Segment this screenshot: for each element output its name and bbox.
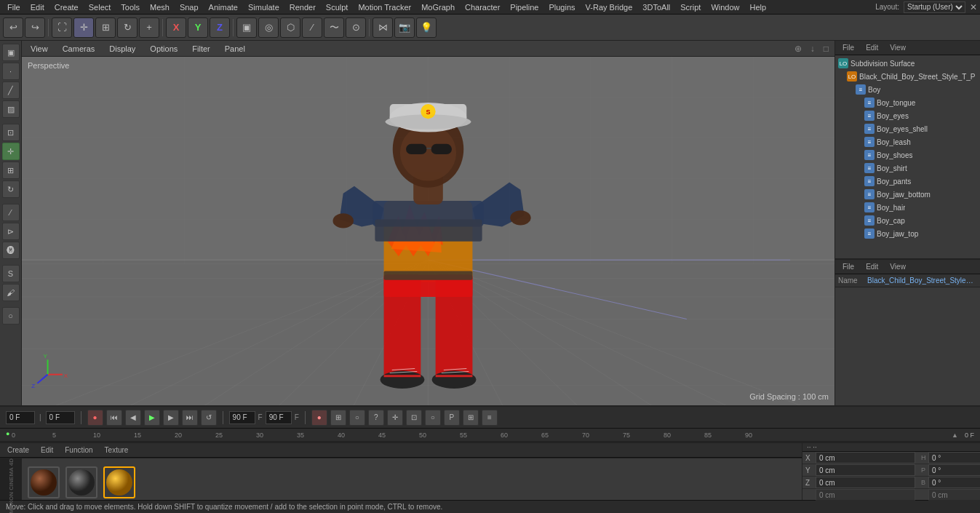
menu-mograph[interactable]: MoGraph — [417, 1, 459, 13]
coord-sbx-val[interactable] — [928, 489, 980, 501]
live-select-btn[interactable]: ⊡ — [2, 124, 20, 141]
object-tree[interactable]: LO Subdivision Surface LO Black_Child_Bo… — [835, 55, 980, 258]
add-object-button[interactable]: + — [139, 17, 159, 38]
mat-function-btn[interactable]: Function — [62, 445, 95, 455]
transport-extra-1[interactable]: ● — [311, 410, 327, 426]
mat-create-btn[interactable]: Create — [4, 445, 32, 455]
last-frame-btn[interactable]: ⏭ — [182, 410, 198, 426]
paint-btn[interactable]: 🖌 — [2, 284, 20, 301]
transport-extra-5[interactable]: ✛ — [387, 410, 403, 426]
viewport[interactable]: S X Y Z — [22, 57, 834, 405]
record-btn[interactable]: ● — [87, 410, 103, 426]
nurbs-button[interactable]: ⊙ — [346, 17, 366, 38]
z-axis-button[interactable]: Z — [210, 17, 230, 38]
play-btn[interactable]: ▶ — [144, 410, 160, 426]
layout-selector[interactable]: Startup (User) — [904, 1, 965, 13]
tree-item-shoes[interactable]: ≡ Boy_shoes — [837, 148, 979, 162]
tree-item-shirt[interactable]: ≡ Boy_shirt — [837, 162, 979, 175]
transport-extra-3[interactable]: ○ — [349, 410, 365, 426]
menu-vray-bridge[interactable]: V-Ray Bridge — [581, 1, 637, 13]
obj-edit-btn[interactable]: Edit — [863, 43, 881, 52]
menu-mesh[interactable]: Mesh — [146, 1, 174, 13]
camera-button[interactable]: 📷 — [394, 17, 415, 38]
coord-z-pos[interactable] — [816, 477, 915, 488]
first-frame-btn[interactable]: ⏮ — [106, 410, 122, 426]
object-mode-btn[interactable]: ▣ — [2, 44, 20, 61]
x-axis-button[interactable]: X — [166, 17, 186, 38]
menu-render[interactable]: Render — [285, 1, 320, 13]
scale-btn[interactable]: ⊞ — [2, 162, 20, 179]
menu-help[interactable]: Help — [746, 1, 771, 13]
cube-button[interactable]: ▣ — [236, 17, 257, 38]
vp-menu-cameras[interactable]: Cameras — [60, 43, 98, 55]
loop-btn[interactable]: ↺ — [201, 410, 217, 426]
spline-button[interactable]: 〜 — [324, 17, 344, 38]
tree-item-boy-root[interactable]: LO Black_Child_Boy_Street_Style_T_P — [837, 70, 979, 83]
vp-menu-options[interactable]: Options — [147, 43, 180, 55]
undo-button[interactable]: ↩ — [3, 17, 23, 38]
y-axis-button[interactable]: Y — [188, 17, 208, 38]
move-tool-button[interactable]: ✛ — [73, 17, 94, 38]
end-frame-field-1[interactable] — [229, 411, 255, 424]
transport-extra-10[interactable]: ≡ — [482, 410, 498, 426]
menu-create[interactable]: Create — [50, 1, 83, 13]
null-btn[interactable]: ○ — [2, 307, 20, 325]
move-btn[interactable]: ✛ — [2, 143, 20, 160]
transport-extra-4[interactable]: ? — [368, 410, 384, 426]
attr-edit-btn[interactable]: Edit — [863, 262, 881, 271]
tree-item-hair[interactable]: ≡ Boy_hair — [837, 201, 979, 214]
obj-view-btn[interactable]: View — [887, 43, 909, 52]
tree-item-boy[interactable]: ≡ Boy — [837, 83, 979, 96]
prev-frame-btn[interactable]: ◀ — [125, 410, 141, 426]
tree-item-leash[interactable]: ≡ Boy_leash — [837, 135, 979, 148]
scale-tool-button[interactable]: ⊞ — [95, 17, 116, 38]
start-frame-field[interactable] — [46, 411, 75, 424]
poly-mode-btn[interactable]: ▨ — [2, 100, 20, 118]
vp-menu-view[interactable]: View — [28, 43, 51, 55]
sphere-button[interactable]: ◎ — [258, 17, 279, 38]
vp-icon-1[interactable]: ⊕ — [794, 44, 802, 54]
layout-x-btn[interactable]: ✕ — [970, 2, 977, 12]
menu-script[interactable]: Script — [676, 1, 705, 13]
coord-x-pos[interactable] — [816, 452, 915, 464]
menu-sculpt[interactable]: Sculpt — [322, 1, 353, 13]
transport-extra-9[interactable]: ⊞ — [463, 410, 479, 426]
tree-item-subdivision[interactable]: LO Subdivision Surface — [837, 57, 979, 70]
tree-item-jaw-bottom[interactable]: ≡ Boy_jaw_bottom — [837, 188, 979, 201]
obj-file-btn[interactable]: File — [840, 43, 857, 52]
point-mode-btn[interactable]: · — [2, 63, 20, 80]
rotate-btn[interactable]: ↻ — [2, 180, 20, 198]
vp-menu-panel[interactable]: Panel — [222, 43, 248, 55]
menu-character[interactable]: Character — [461, 1, 504, 13]
menu-tools[interactable]: Tools — [116, 1, 144, 13]
tree-item-cap[interactable]: ≡ Boy_cap — [837, 214, 979, 227]
tree-item-tongue[interactable]: ≡ Boy_tongue — [837, 96, 979, 109]
menu-edit[interactable]: Edit — [26, 1, 49, 13]
menu-simulate[interactable]: Simulate — [244, 1, 284, 13]
select-tool-button[interactable]: ⛶ — [52, 17, 72, 38]
mat-texture-btn[interactable]: Texture — [102, 445, 132, 455]
coord-h-val[interactable] — [928, 452, 980, 464]
tree-item-eyes[interactable]: ≡ Boy_eyes — [837, 109, 979, 122]
menu-file[interactable]: File — [3, 1, 25, 13]
redo-button[interactable]: ↪ — [25, 17, 45, 38]
tree-item-pants[interactable]: ≡ Boy_pants — [837, 175, 979, 188]
attr-view-btn[interactable]: View — [887, 262, 909, 271]
rotate-tool-button[interactable]: ↻ — [117, 17, 138, 38]
deform-button[interactable]: ⋈ — [373, 17, 393, 38]
extrude-btn[interactable]: ⊳ — [2, 223, 20, 240]
tree-item-jaw-top[interactable]: ≡ Boy_jaw_top — [837, 227, 979, 240]
line-button[interactable]: ∕ — [302, 17, 322, 38]
coord-p-val[interactable] — [928, 464, 980, 476]
knife-btn[interactable]: ∕ — [2, 204, 20, 221]
menu-pipeline[interactable]: Pipeline — [506, 1, 543, 13]
vp-icon-2[interactable]: ↓ — [810, 44, 815, 54]
vp-menu-filter[interactable]: Filter — [189, 43, 212, 55]
next-frame-btn[interactable]: ▶ — [163, 410, 179, 426]
edge-mode-btn[interactable]: ╱ — [2, 81, 20, 99]
light-button[interactable]: 💡 — [416, 17, 437, 38]
vp-icon-3[interactable]: □ — [824, 44, 829, 54]
transport-extra-2[interactable]: ⊞ — [330, 410, 346, 426]
menu-animate[interactable]: Animate — [204, 1, 242, 13]
menu-snap[interactable]: Snap — [175, 1, 203, 13]
